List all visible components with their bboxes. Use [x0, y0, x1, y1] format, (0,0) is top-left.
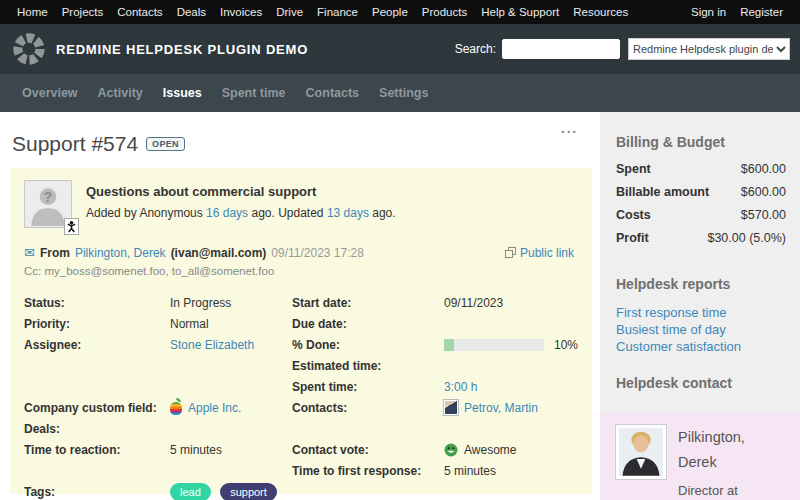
- menu-products[interactable]: Products: [415, 6, 474, 18]
- progress-label: 10%: [554, 338, 578, 352]
- from-contact-link[interactable]: Pilkington, Derek: [75, 246, 166, 260]
- field-label-assignee: Assignee:: [24, 338, 170, 352]
- report-first-response-time[interactable]: First response time: [616, 304, 788, 321]
- field-label-due-date: Due date:: [292, 317, 444, 331]
- assignee-link[interactable]: Stone Elizabeth: [170, 338, 254, 352]
- helpdesk-contact-title: Helpdesk contact: [616, 375, 788, 391]
- from-label: From: [40, 246, 70, 260]
- menu-people[interactable]: People: [365, 6, 415, 18]
- billing-row-costs: Costs $570.00: [616, 208, 788, 222]
- menu-drive[interactable]: Drive: [269, 6, 310, 18]
- menu-resources[interactable]: Resources: [566, 6, 635, 18]
- tag-lead[interactable]: lead: [170, 483, 211, 500]
- vote-smiley-icon: [444, 443, 458, 457]
- report-busiest-time[interactable]: Busiest time of day: [616, 321, 788, 338]
- menu-contacts[interactable]: Contacts: [110, 6, 169, 18]
- menu-deals[interactable]: Deals: [170, 6, 213, 18]
- avatar: ?: [24, 180, 72, 228]
- status-badge: OPEN: [146, 137, 185, 151]
- billing-value: $30.00 (5.0%): [707, 231, 786, 245]
- tab-settings[interactable]: Settings: [369, 80, 438, 106]
- billing-row-billable: Billable amount $600.00: [616, 185, 788, 199]
- email-header-line: ✉ From Pilkington, Derek (ivan@mail.com)…: [24, 245, 578, 260]
- sidebar: Billing & Budget Spent $600.00 Billable …: [600, 112, 800, 500]
- progress-bar: [444, 339, 544, 351]
- menu-home[interactable]: Home: [10, 6, 55, 18]
- register-link[interactable]: Register: [733, 6, 790, 18]
- field-value-contact-vote: Awesome: [464, 443, 516, 457]
- billing-value: $600.00: [741, 162, 786, 176]
- updated-ago-link[interactable]: 13 days: [327, 206, 369, 220]
- contact-photo: [616, 425, 666, 479]
- ticket-meta: Added by Anonymous 16 days ago. Updated …: [86, 206, 396, 220]
- menu-finance[interactable]: Finance: [310, 6, 365, 18]
- app-header: REDMINE HELPDESK PLUGIN DEMO Search: Red…: [0, 24, 800, 74]
- issue-fields: Status: In Progress Start date: 09/11/20…: [24, 292, 578, 500]
- search-label: Search:: [455, 42, 496, 56]
- updated-text: ago. Updated: [251, 206, 323, 220]
- field-label-contact-vote: Contact vote:: [292, 443, 444, 457]
- field-label-tags: Tags:: [24, 485, 170, 499]
- helpdesk-contact-card: Pilkington, Derek Director at "Sunflower…: [600, 413, 800, 500]
- project-tabbar: Overview Activity Issues Spent time Cont…: [0, 74, 800, 112]
- tab-contacts[interactable]: Contacts: [296, 80, 369, 106]
- contact-thumbnail: [444, 400, 458, 415]
- billing-label: Profit: [616, 231, 649, 245]
- report-customer-satisfaction[interactable]: Customer satisfaction: [616, 338, 788, 355]
- field-label-spent-time: Spent time:: [292, 380, 444, 394]
- tab-spent-time[interactable]: Spent time: [212, 80, 296, 106]
- field-label-time-to-reaction: Time to reaction:: [24, 443, 170, 457]
- public-link[interactable]: Public link: [505, 246, 574, 260]
- progress-fill: [444, 339, 454, 351]
- menu-help-support[interactable]: Help & Support: [474, 6, 566, 18]
- public-link-label[interactable]: Public link: [520, 246, 574, 260]
- search-input[interactable]: [502, 39, 620, 59]
- ticket-subject: Questions about commercial support: [86, 184, 396, 199]
- billing-label: Spent: [616, 162, 651, 176]
- apple-logo-icon: [170, 402, 182, 415]
- tab-activity[interactable]: Activity: [88, 80, 153, 106]
- page-title: Support #574: [12, 132, 138, 156]
- contact-role: Director at: [678, 483, 782, 498]
- mail-icon: ✉: [24, 245, 35, 260]
- spent-time-link[interactable]: 3:00 h: [444, 380, 477, 394]
- ticket-card: ? Questions about commercial support Add…: [10, 168, 592, 494]
- added-ago-link[interactable]: 16 days: [206, 206, 248, 220]
- billing-row-profit: Profit $30.00 (5.0%): [616, 231, 788, 245]
- field-label-first-response: Time to first response:: [292, 464, 444, 478]
- more-options-button[interactable]: ···: [561, 124, 578, 140]
- app-logo-icon: [12, 32, 46, 66]
- tab-issues[interactable]: Issues: [153, 80, 212, 106]
- menu-projects[interactable]: Projects: [55, 6, 111, 18]
- field-value-start-date: 09/11/2023: [444, 296, 578, 310]
- field-label-start-date: Start date:: [292, 296, 444, 310]
- field-label-status: Status:: [24, 296, 170, 310]
- field-value-first-response: 5 minutes: [444, 464, 578, 478]
- reports-title: Helpdesk reports: [616, 276, 788, 292]
- company-link[interactable]: Apple Inc.: [188, 401, 241, 415]
- top-menu-bar: Home Projects Contacts Deals Invoices Dr…: [0, 0, 800, 24]
- field-value-priority: Normal: [170, 317, 292, 331]
- from-address: (ivan@mail.com): [171, 246, 267, 260]
- tag-support[interactable]: support: [220, 483, 277, 500]
- sign-in-link[interactable]: Sign in: [684, 6, 733, 18]
- contact-link[interactable]: Petrov, Martin: [464, 401, 538, 415]
- email-datetime: 09/11/2023 17:28: [271, 246, 364, 260]
- field-label-contacts: Contacts:: [292, 401, 444, 415]
- billing-title: Billing & Budget: [616, 134, 788, 150]
- site-title: REDMINE HELPDESK PLUGIN DEMO: [56, 42, 308, 57]
- billing-row-spent: Spent $600.00: [616, 162, 788, 176]
- billing-label: Costs: [616, 208, 651, 222]
- menu-invoices[interactable]: Invoices: [213, 6, 269, 18]
- tab-overview[interactable]: Overview: [12, 80, 88, 106]
- svg-text:?: ?: [44, 189, 53, 205]
- field-label-priority: Priority:: [24, 317, 170, 331]
- copy-link-icon: [505, 247, 516, 258]
- anonymous-icon: [64, 218, 79, 235]
- field-label-estimated-time: Estimated time:: [292, 359, 444, 373]
- billing-value: $570.00: [741, 208, 786, 222]
- billing-value: $600.00: [741, 185, 786, 199]
- project-select[interactable]: Redmine Helpdesk plugin demo: [628, 38, 790, 60]
- done-progress: 10%: [444, 338, 578, 352]
- field-label-company: Company custom field:: [24, 401, 170, 415]
